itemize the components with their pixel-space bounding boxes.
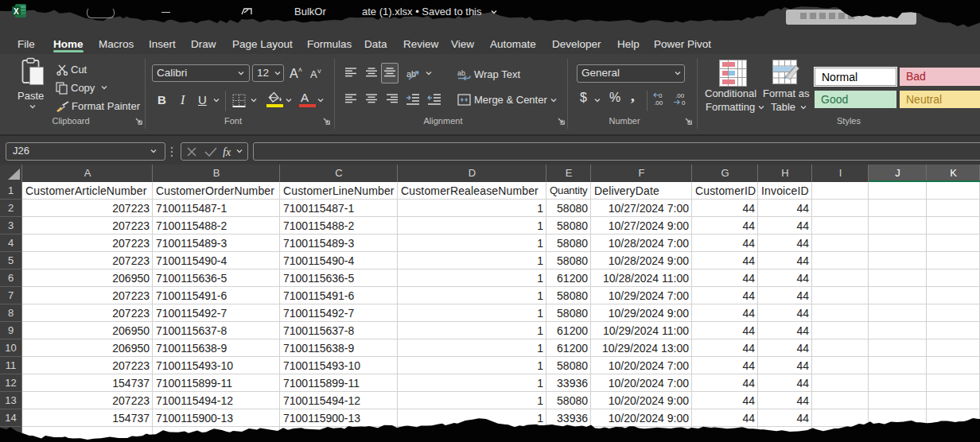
- svg-text:0: 0: [682, 99, 686, 107]
- svg-text:0: 0: [659, 92, 663, 99]
- svg-text:ab: ab: [457, 69, 465, 77]
- svg-text:.00: .00: [654, 99, 663, 107]
- svg-text:.00: .00: [675, 92, 685, 99]
- svg-text:fx: fx: [223, 146, 231, 157]
- svg-text:X: X: [14, 7, 19, 16]
